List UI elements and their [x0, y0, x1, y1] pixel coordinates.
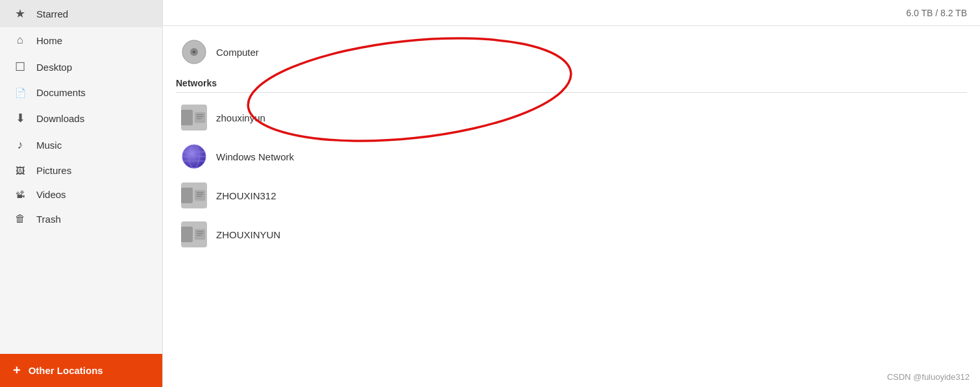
desktop-icon: ☐: [13, 60, 27, 74]
ZHOUXIN312-icon: [181, 182, 207, 208]
trash-icon: 🗑: [13, 213, 27, 225]
computer-label: Computer: [216, 47, 259, 58]
sidebar-spacer: [0, 231, 162, 354]
sidebar-item-home[interactable]: ⌂ Home: [0, 27, 162, 53]
computer-item[interactable]: Computer: [176, 32, 967, 71]
sidebar-label-other-locations: Other Locations: [29, 365, 103, 376]
networks-divider: [176, 92, 967, 93]
sidebar-label-music: Music: [36, 140, 62, 151]
sidebar-item-desktop[interactable]: ☐ Desktop: [0, 53, 162, 81]
sidebar-item-trash[interactable]: 🗑 Trash: [0, 206, 162, 231]
home-icon: ⌂: [13, 34, 27, 47]
content-area: Computer Networks zhouxinyun: [163, 26, 980, 260]
windows-network-label: Windows Network: [216, 151, 294, 162]
svg-rect-17: [197, 196, 201, 197]
sidebar-item-pictures[interactable]: 🖼 Pictures: [0, 158, 162, 182]
svg-rect-15: [197, 192, 203, 193]
svg-rect-20: [197, 233, 203, 234]
file-item-windows-network[interactable]: Windows Network: [176, 137, 967, 176]
ZHOUXIN312-label: ZHOUXIN312: [216, 190, 276, 201]
svg-rect-18: [195, 229, 205, 240]
documents-icon: 📄: [13, 88, 27, 98]
zhouxinyun-icon: [181, 105, 207, 131]
sidebar-label-downloads: Downloads: [36, 113, 84, 124]
sidebar-label-starred: Starred: [36, 8, 68, 19]
svg-rect-21: [197, 235, 201, 236]
sidebar-item-videos[interactable]: 📽 Videos: [0, 182, 162, 206]
downloads-icon: ⬇: [13, 111, 27, 125]
storage-info: 6.0 TB / 8.2 TB: [906, 8, 967, 18]
star-icon: ★: [13, 6, 27, 21]
svg-rect-5: [197, 116, 203, 117]
sidebar: ★ Starred ⌂ Home ☐ Desktop 📄 Documents ⬇…: [0, 0, 163, 387]
music-icon: ♪: [13, 138, 27, 152]
windows-network-icon: [181, 144, 207, 169]
sidebar-item-music[interactable]: ♪ Music: [0, 132, 162, 158]
sidebar-label-home: Home: [36, 35, 62, 46]
main-content: 6.0 TB / 8.2 TB Computer Networks: [163, 0, 980, 387]
sidebar-item-downloads[interactable]: ⬇ Downloads: [0, 105, 162, 132]
svg-rect-4: [197, 114, 203, 115]
svg-rect-6: [197, 118, 201, 119]
computer-drive-icon: [181, 39, 207, 65]
pictures-icon: 🖼: [13, 166, 27, 176]
top-bar: 6.0 TB / 8.2 TB: [163, 0, 980, 26]
videos-icon: 📽: [13, 190, 27, 200]
zhouxinyun-label: zhouxinyun: [216, 112, 265, 123]
sidebar-item-other-locations[interactable]: + Other Locations: [0, 354, 162, 387]
sidebar-label-videos: Videos: [36, 189, 66, 200]
sidebar-label-trash: Trash: [36, 214, 61, 225]
sidebar-label-pictures: Pictures: [36, 165, 71, 176]
sidebar-label-documents: Documents: [36, 87, 86, 98]
plus-icon: +: [13, 363, 21, 378]
svg-rect-3: [195, 112, 205, 123]
file-item-ZHOUXINYUN[interactable]: ZHOUXINYUN: [176, 215, 967, 254]
svg-point-2: [193, 51, 195, 53]
svg-rect-19: [197, 231, 203, 232]
svg-rect-14: [195, 190, 205, 201]
watermark: CSDN @fuluoyide312: [887, 372, 970, 382]
sidebar-item-documents[interactable]: 📄 Documents: [0, 81, 162, 105]
ZHOUXINYUN-icon: [181, 221, 207, 247]
svg-rect-16: [197, 194, 203, 195]
sidebar-label-desktop: Desktop: [36, 62, 72, 73]
file-item-zhouxinyun[interactable]: zhouxinyun: [176, 98, 967, 137]
file-item-ZHOUXIN312[interactable]: ZHOUXIN312: [176, 176, 967, 215]
sidebar-item-starred[interactable]: ★ Starred: [0, 0, 162, 27]
networks-section-label: Networks: [176, 78, 967, 88]
ZHOUXINYUN-label: ZHOUXINYUN: [216, 229, 280, 240]
